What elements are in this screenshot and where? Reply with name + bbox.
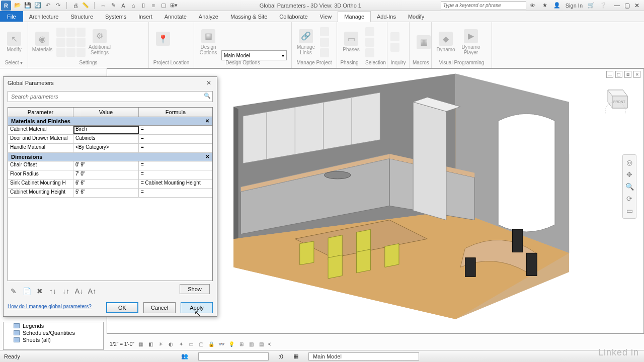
tab-architecture[interactable]: Architecture [23, 11, 65, 22]
move-up-icon[interactable]: ↑↓ [49, 287, 57, 295]
orbit-icon[interactable]: ⟳ [625, 194, 634, 203]
viewport-max-icon[interactable]: ⊠ [624, 71, 631, 78]
full-nav-wheel-icon[interactable]: ◎ [625, 158, 634, 167]
design-options-button[interactable]: ▦Design Options [197, 29, 219, 55]
col-value[interactable]: Value [73, 108, 139, 117]
save-icon[interactable]: 💾 [24, 2, 31, 9]
row-floor-radius[interactable]: Floor Radius7' 0"= [8, 170, 212, 179]
phases-button[interactable]: ▭Phases [340, 32, 362, 52]
active-design-option[interactable]: Main Model [308, 352, 419, 360]
group-materials[interactable]: Materials and Finishes✕ [8, 117, 212, 126]
help-icon[interactable]: ❔ [600, 2, 607, 9]
workset-icon[interactable]: 👥 [181, 353, 188, 359]
tab-collaborate[interactable]: Collaborate [273, 11, 313, 22]
parameter-search-input[interactable] [8, 91, 213, 102]
section-icon[interactable]: ▯ [140, 2, 147, 9]
select-dropdown[interactable]: Select ▾ [3, 60, 25, 67]
dynamo-button[interactable]: ◆Dynamo [435, 32, 457, 52]
look-icon[interactable]: ▭ [625, 206, 634, 215]
undo-icon[interactable]: ↶ [44, 2, 51, 9]
group-dimensions[interactable]: Dimensions✕ [8, 153, 212, 161]
cancel-button[interactable]: Cancel [143, 302, 176, 313]
modify-button[interactable]: ↖Modify [3, 32, 25, 52]
dialog-close-button[interactable]: ✕ [205, 79, 213, 87]
editable-only-field[interactable] [198, 352, 269, 360]
tab-insert[interactable]: Insert [132, 11, 158, 22]
user-icon[interactable]: 👤 [553, 2, 560, 9]
tab-modify[interactable]: Modify [402, 11, 430, 22]
row-cabinet-mount-height[interactable]: Cabinet Mounting Height5' 6"= [8, 189, 212, 198]
help-link[interactable]: How do I manage global parameters? [8, 304, 92, 309]
tab-systems[interactable]: Systems [99, 11, 132, 22]
visual-style-icon[interactable]: ◧ [147, 340, 154, 347]
tab-annotate[interactable]: Annotate [158, 11, 193, 22]
dynamo-player-button[interactable]: ▶Dynamo Player [460, 29, 482, 55]
sort-asc-icon[interactable]: A↓ [75, 287, 83, 295]
tab-analyze[interactable]: Analyze [193, 11, 224, 22]
search-icon[interactable]: 🔍 [204, 93, 211, 100]
viewport-restore-icon[interactable]: ▢ [615, 71, 622, 78]
switch-windows-icon[interactable]: ⊞▾ [170, 2, 177, 9]
tab-manage[interactable]: Manage [338, 11, 371, 22]
analytical-icon[interactable]: ▥ [248, 340, 255, 347]
close-views-icon[interactable]: ▢ [160, 2, 167, 9]
pan-icon[interactable]: ✥ [625, 170, 634, 179]
additional-settings-button[interactable]: ⚙Additional Settings [89, 29, 111, 55]
temp-hide-icon[interactable]: 👓 [218, 340, 225, 347]
tab-addins[interactable]: Add-Ins [371, 11, 402, 22]
shadows-icon[interactable]: ◐ [168, 340, 175, 347]
show-crop-icon[interactable]: ▢ [198, 340, 205, 347]
viewport-close-icon[interactable]: ✕ [633, 71, 640, 78]
tab-structure[interactable]: Structure [64, 11, 99, 22]
design-option-selector[interactable]: Main Model▾ [221, 50, 287, 60]
thin-lines-icon[interactable]: ≡ [150, 2, 157, 9]
sign-in-link[interactable]: Sign In [566, 3, 583, 9]
move-down-icon[interactable]: ↓↑ [62, 287, 70, 295]
rendering-icon[interactable]: ✦ [178, 340, 185, 347]
3d-icon[interactable]: ⌂ [130, 2, 137, 9]
infocenter-icon[interactable]: 👁 [529, 2, 536, 9]
redo-icon[interactable]: ↷ [54, 2, 61, 9]
scale-label[interactable]: 1/2" = 1'-0" [110, 341, 134, 347]
measure-icon[interactable]: 📏 [82, 2, 89, 9]
sort-desc-icon[interactable]: A↑ [88, 287, 96, 295]
sync-icon[interactable]: 🔄 [34, 2, 41, 9]
detail-level-icon[interactable]: ▦ [137, 340, 144, 347]
favorites-icon[interactable]: ★ [541, 2, 548, 9]
edit-param-icon[interactable]: 📄 [23, 287, 31, 295]
print-icon[interactable]: 🖨 [72, 2, 79, 9]
location-button[interactable]: 📍 [152, 32, 174, 52]
row-chair-offset[interactable]: Chair Offset0' 9"= [8, 161, 212, 170]
design-option-icon[interactable]: ▦ [293, 353, 298, 359]
highlight-icon[interactable]: ▤ [258, 340, 265, 347]
viewport-min-icon[interactable]: — [606, 71, 613, 78]
tab-massing[interactable]: Massing & Site [224, 11, 273, 22]
dimension-icon[interactable]: ↔ [100, 2, 107, 9]
lock-icon[interactable]: 🔒 [208, 340, 215, 347]
apply-button[interactable]: Apply [181, 302, 213, 313]
show-button[interactable]: Show [180, 284, 210, 294]
view-cube[interactable]: FRONT [600, 84, 630, 114]
help-search-input[interactable] [441, 1, 526, 10]
settings-small-buttons[interactable] [56, 28, 86, 57]
materials-button[interactable]: ◉Materials [31, 32, 53, 52]
close-button[interactable]: ✕ [633, 2, 641, 9]
maximize-button[interactable]: ▢ [623, 2, 631, 9]
tab-view[interactable]: View [314, 11, 338, 22]
manage-links-button[interactable]: 🔗Manage Links [295, 29, 317, 55]
col-formula[interactable]: Formula [139, 108, 212, 117]
reveal-icon[interactable]: 💡 [228, 340, 235, 347]
worksharing-icon[interactable]: ⊞ [238, 340, 245, 347]
delete-param-icon[interactable]: ✖ [36, 287, 44, 295]
project-browser[interactable]: Legends Schedules/Quantities Sheets (all… [3, 322, 104, 350]
tag-icon[interactable]: ✎ [110, 2, 117, 9]
row-sink-mount-height[interactable]: Sink Cabinet Mounting H6' 6"= Cabinet Mo… [8, 179, 212, 189]
exchange-icon[interactable]: 🛒 [588, 2, 595, 9]
row-cabinet-material[interactable]: Cabinet MaterialBirch= [8, 126, 212, 135]
row-door-material[interactable]: Door and Drawer MaterialCabinets= [8, 135, 212, 144]
open-icon[interactable]: 📂 [14, 2, 21, 9]
new-param-icon[interactable]: ✎ [10, 287, 18, 295]
row-handle-material[interactable]: Handle Material<By Category>= [8, 144, 212, 153]
tab-file[interactable]: File [0, 11, 23, 22]
ok-button[interactable]: OK [106, 302, 138, 313]
